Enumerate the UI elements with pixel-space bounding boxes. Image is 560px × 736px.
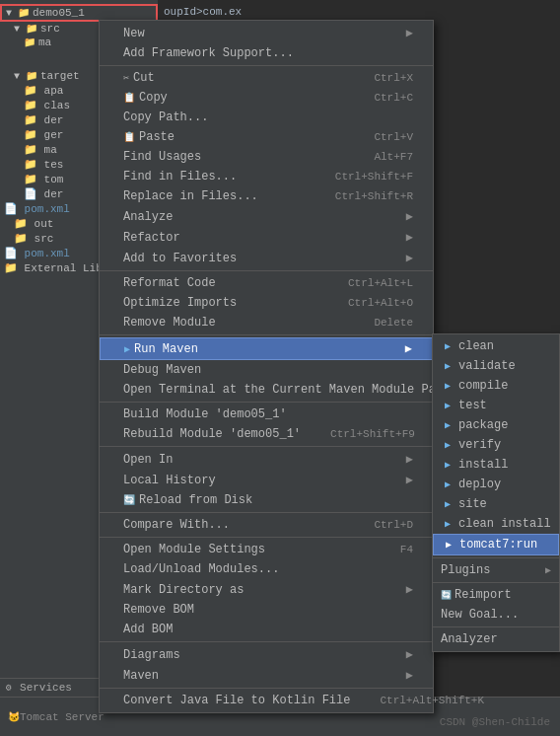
- tomcat-server-icon: 🐱: [8, 711, 20, 723]
- services-icon: ⚙: [6, 682, 12, 694]
- maven-icon: ▶: [441, 379, 455, 393]
- separator: [100, 688, 433, 689]
- menu-item-module-settings[interactable]: Open Module Settings F4: [100, 540, 433, 559]
- maven-icon: ▶: [441, 418, 455, 432]
- maven-submenu: ▶ clean ▶ validate ▶ compile ▶ test ▶ pa…: [432, 333, 560, 652]
- folder-icon: 📁: [24, 37, 35, 48]
- maven-icon: ▶: [441, 497, 455, 511]
- menu-item-find-usages[interactable]: Find Usages Alt+F7: [100, 147, 433, 167]
- code-line: oupId>com.ex: [164, 4, 554, 20]
- maven-icon: ▶: [441, 478, 455, 491]
- submenu-item-clean[interactable]: ▶ clean: [433, 336, 559, 356]
- arrow-icon: ▶: [406, 251, 413, 265]
- folder-icon: ▼ 📁: [14, 70, 37, 82]
- menu-item-maven[interactable]: Maven ▶: [100, 665, 433, 686]
- menu-item-mark-dir[interactable]: Mark Directory as ▶: [100, 579, 433, 600]
- separator: [433, 582, 559, 583]
- menu-item-replace-files[interactable]: Replace in Files... Ctrl+Shift+R: [100, 186, 433, 206]
- separator: [433, 626, 559, 627]
- maven-icon: ▶: [442, 538, 455, 552]
- menu-item-new[interactable]: New ▶: [100, 23, 433, 43]
- menu-item-reformat[interactable]: Reformat Code Ctrl+Alt+L: [100, 273, 433, 293]
- separator: [100, 334, 433, 335]
- submenu-item-plugins[interactable]: Plugins ▶: [433, 560, 559, 580]
- arrow-icon: ▶: [406, 647, 413, 662]
- arrow-icon: ▶: [406, 452, 413, 467]
- reload-icon: 🔄: [123, 494, 135, 506]
- menu-item-add-bom[interactable]: Add BOM: [100, 620, 433, 639]
- maven-icon: ▶: [441, 399, 455, 412]
- menu-item-load-unload[interactable]: Load/Unload Modules...: [100, 559, 433, 579]
- reimport-icon: 🔄: [441, 590, 452, 601]
- menu-item-rebuild-module[interactable]: Rebuild Module 'demo05_1' Ctrl+Shift+F9: [100, 424, 433, 444]
- maven-icon: ▶: [441, 438, 455, 452]
- arrow-icon: ▶: [406, 26, 413, 40]
- separator: [100, 641, 433, 642]
- menu-item-optimize[interactable]: Optimize Imports Ctrl+Alt+O: [100, 293, 433, 313]
- submenu-item-compile[interactable]: ▶ compile: [433, 376, 559, 396]
- submenu-item-new-goal[interactable]: New Goal...: [433, 605, 559, 625]
- menu-item-run-maven[interactable]: ▶Run Maven ▶: [100, 337, 433, 360]
- maven-icon: ▶: [441, 458, 455, 472]
- menu-item-diagrams[interactable]: Diagrams ▶: [100, 644, 433, 665]
- submenu-item-package[interactable]: ▶ package: [433, 415, 559, 435]
- separator: [100, 512, 433, 513]
- menu-item-compare[interactable]: Compare With... Ctrl+D: [100, 515, 433, 535]
- menu-item-cut[interactable]: ✂Cut Ctrl+X: [100, 68, 433, 88]
- menu-item-open-terminal[interactable]: Open Terminal at the Current Maven Modul…: [100, 380, 433, 400]
- menu-item-copy[interactable]: 📋Copy Ctrl+C: [100, 88, 433, 108]
- services-label[interactable]: Services: [20, 682, 72, 694]
- menu-item-open-in[interactable]: Open In ▶: [100, 449, 433, 470]
- separator: [100, 65, 433, 66]
- submenu-item-analyzer[interactable]: Analyzer: [433, 629, 559, 649]
- menu-item-favorites[interactable]: Add to Favorites ▶: [100, 248, 433, 268]
- separator: [100, 537, 433, 538]
- paste-icon: 📋: [123, 131, 135, 143]
- arrow-icon: ▶: [406, 230, 413, 245]
- folder-icon: ▼ 📁: [6, 7, 30, 19]
- arrow-icon: ▶: [406, 668, 413, 683]
- menu-item-debug-maven[interactable]: Debug Maven: [100, 360, 433, 380]
- submenu-item-deploy[interactable]: ▶ deploy: [433, 475, 559, 494]
- submenu-item-tomcat-run[interactable]: ▶ tomcat7:run: [433, 534, 559, 555]
- submenu-item-site[interactable]: ▶ site: [433, 494, 559, 514]
- arrow-icon: ▶: [406, 582, 413, 597]
- maven-icon: ▶: [441, 517, 455, 531]
- menu-item-local-history[interactable]: Local History ▶: [100, 470, 433, 490]
- menu-item-convert-kotlin[interactable]: Convert Java File to Kotlin File Ctrl+Al…: [100, 691, 433, 710]
- menu-item-refactor[interactable]: Refactor ▶: [100, 227, 433, 248]
- context-menu: New ▶ Add Framework Support... ✂Cut Ctrl…: [99, 20, 434, 713]
- submenu-item-verify[interactable]: ▶ verify: [433, 435, 559, 455]
- menu-item-remove-bom[interactable]: Remove BOM: [100, 600, 433, 620]
- maven-icon: ▶: [441, 339, 455, 353]
- submenu-item-reimport[interactable]: 🔄Reimport: [433, 585, 559, 605]
- cut-icon: ✂: [123, 72, 129, 84]
- submenu-item-clean-install[interactable]: ▶ clean install: [433, 514, 559, 534]
- menu-item-remove-module[interactable]: Remove Module Delete: [100, 313, 433, 332]
- menu-item-find-files[interactable]: Find in Files... Ctrl+Shift+F: [100, 167, 433, 186]
- arrow-icon: ▶: [406, 473, 413, 487]
- menu-item-analyze[interactable]: Analyze ▶: [100, 206, 433, 227]
- submenu-item-test[interactable]: ▶ test: [433, 396, 559, 415]
- menu-item-copy-path[interactable]: Copy Path...: [100, 108, 433, 127]
- menu-item-build-module[interactable]: Build Module 'demo05_1': [100, 405, 433, 424]
- submenu-item-validate[interactable]: ▶ validate: [433, 356, 559, 376]
- separator: [433, 557, 559, 558]
- copy-icon: 📋: [123, 92, 135, 104]
- menu-item-reload[interactable]: 🔄Reload from Disk: [100, 490, 433, 510]
- tomcat-server-label[interactable]: Tomcat Server: [20, 711, 105, 723]
- arrow-icon: ▶: [545, 564, 551, 576]
- separator: [100, 402, 433, 403]
- menu-item-framework[interactable]: Add Framework Support...: [100, 43, 433, 63]
- watermark: CSDN @Shen-Childe: [440, 716, 550, 728]
- tree-item-label: demo05_1: [33, 7, 85, 19]
- submenu-item-install[interactable]: ▶ install: [433, 455, 559, 475]
- separator: [100, 270, 433, 271]
- arrow-icon: ▶: [405, 341, 412, 356]
- separator: [100, 446, 433, 447]
- menu-item-paste[interactable]: 📋Paste Ctrl+V: [100, 127, 433, 147]
- arrow-icon: ▶: [406, 209, 413, 224]
- maven-run-icon: ▶: [124, 343, 130, 355]
- folder-icon: ▼ 📁: [14, 23, 37, 35]
- maven-icon: ▶: [441, 359, 455, 373]
